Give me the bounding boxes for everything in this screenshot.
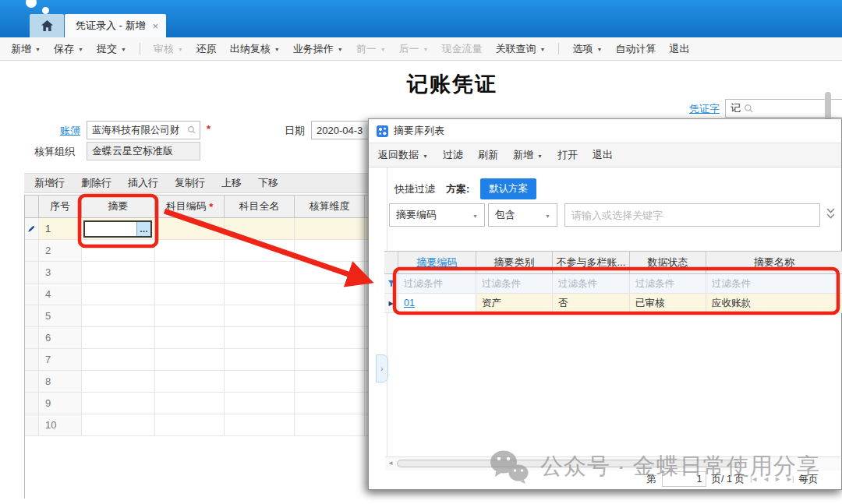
page-prefix: 第: [646, 473, 656, 486]
keyword-input[interactable]: [564, 203, 820, 227]
toolbar-auto-calc[interactable]: 自动计算: [615, 42, 656, 56]
first-page-icon[interactable]: |◄: [750, 475, 757, 483]
page-number-input[interactable]: [662, 471, 706, 487]
toolbar-audit: 审核: [154, 42, 183, 56]
logo-dot: [42, 7, 49, 14]
account-book-link[interactable]: 账簿: [60, 124, 80, 138]
chevron-down-icon: [178, 43, 183, 55]
grid-header-summary[interactable]: 摘要: [82, 196, 155, 217]
next-page-icon[interactable]: ►: [774, 475, 780, 483]
filter-cell[interactable]: 过滤条件: [476, 274, 553, 293]
tab-home[interactable]: [30, 14, 64, 37]
chevron-down-icon[interactable]: [596, 43, 602, 55]
current-row-marker: ▶: [384, 294, 398, 312]
close-icon[interactable]: ×: [153, 20, 159, 32]
cell-summary-code[interactable]: 01: [398, 294, 476, 312]
org-label: 核算组织: [34, 145, 75, 159]
scroll-left-icon[interactable]: ◄: [387, 460, 394, 467]
toolbar-new[interactable]: 新增: [11, 42, 41, 56]
toolbar-cashier-review[interactable]: 出纳复核: [230, 42, 280, 56]
filter-row: 过滤条件 过滤条件 过滤条件 过滤条件 过滤条件: [384, 274, 842, 294]
summary-editor[interactable]: …: [83, 220, 152, 238]
collapse-panel-handle[interactable]: ›: [376, 354, 388, 382]
cell-multicolumn[interactable]: 否: [553, 294, 630, 312]
grid-move-down[interactable]: 下移: [258, 176, 278, 190]
filter-field-select[interactable]: 摘要编码: [389, 203, 485, 227]
quick-filter-row: 快捷过滤 方案: 默认方案: [394, 178, 536, 199]
chevron-down-icon[interactable]: [423, 150, 428, 161]
chevron-down-icon[interactable]: [35, 43, 41, 55]
toolbar-exit[interactable]: 退出: [669, 42, 689, 56]
summary-cell[interactable]: …: [82, 218, 155, 239]
account-name-cell[interactable]: [225, 218, 295, 239]
tab-voucher-entry[interactable]: 凭证录入 - 新增 ×: [65, 14, 166, 37]
row-seq: 1: [39, 218, 82, 239]
search-icon[interactable]: [744, 104, 754, 114]
dialog-title-bar[interactable]: 摘要库列表: [369, 119, 841, 143]
table-row[interactable]: ▶ 01 资产 否 已审核 应收账款: [384, 294, 842, 313]
account-code-cell[interactable]: [155, 218, 225, 239]
default-scheme-button[interactable]: 默认方案: [480, 178, 536, 199]
grid-header-seq[interactable]: 序号: [39, 196, 82, 217]
header-summary-name[interactable]: 摘要名称: [706, 252, 842, 273]
required-asterisk: *: [207, 123, 210, 135]
header-multicolumn[interactable]: 不参与多栏账...: [553, 252, 630, 273]
dialog-open[interactable]: 打开: [557, 148, 578, 162]
header-summary-type[interactable]: 摘要类别: [476, 252, 553, 273]
toolbar-save[interactable]: 保存: [54, 42, 83, 56]
search-icon[interactable]: [187, 125, 196, 135]
chevron-down-icon[interactable]: [121, 43, 126, 55]
toolbar-next: 后一: [399, 42, 429, 56]
toolbar-related-query[interactable]: 关联查询: [496, 42, 546, 56]
header-summary-code[interactable]: 摘要编码: [398, 252, 476, 273]
last-page-icon[interactable]: ►|: [786, 475, 793, 483]
dialog-toolbar: 返回数据 过滤 刷新 新增 打开 退出: [369, 143, 841, 167]
chevron-down-icon[interactable]: [338, 43, 343, 55]
filter-cell[interactable]: 过滤条件: [706, 274, 842, 293]
grid-add-row[interactable]: 新增行: [34, 176, 65, 190]
dialog-return-data[interactable]: 返回数据: [378, 148, 428, 162]
chevron-down-icon[interactable]: [537, 150, 543, 161]
header-data-status[interactable]: 数据状态: [630, 252, 706, 273]
grid-delete-row[interactable]: 删除行: [81, 176, 111, 190]
grid-header-account-name[interactable]: 科目全名: [225, 196, 295, 217]
ellipsis-lookup-button[interactable]: …: [136, 222, 150, 236]
chevron-down-icon[interactable]: [78, 43, 83, 55]
dialog-exit[interactable]: 退出: [593, 148, 613, 162]
grid-copy-row[interactable]: 复制行: [175, 176, 205, 190]
dialog-icon: [377, 125, 388, 137]
grid-header-dimension[interactable]: 核算维度: [295, 196, 365, 217]
date-input[interactable]: 2020-04-3: [311, 121, 370, 139]
grid-insert-row[interactable]: 插入行: [128, 176, 158, 190]
cell-summary-type[interactable]: 资产: [476, 294, 553, 312]
dialog-filter[interactable]: 过滤: [443, 148, 463, 162]
toolbar-cash-flow: 现金流量: [442, 42, 483, 56]
chevron-down-icon[interactable]: [540, 43, 546, 55]
horizontal-scrollbar[interactable]: ◄: [385, 456, 840, 471]
filter-cell[interactable]: 过滤条件: [398, 274, 476, 293]
double-chevron-down-icon[interactable]: [826, 208, 836, 220]
filter-operator-select[interactable]: 包含: [488, 203, 557, 227]
scrollbar-thumb[interactable]: [397, 460, 740, 467]
voucher-word-link[interactable]: 凭证字: [689, 102, 720, 116]
summary-editor-input[interactable]: [85, 222, 136, 236]
home-icon: [41, 19, 54, 32]
filter-cell[interactable]: 过滤条件: [553, 274, 630, 293]
toolbar-submit[interactable]: 提交: [97, 42, 126, 56]
toolbar-business-ops[interactable]: 业务操作: [293, 42, 343, 56]
pencil-icon: [27, 224, 36, 233]
dialog-refresh[interactable]: 刷新: [478, 148, 498, 162]
dialog-new[interactable]: 新增: [513, 148, 543, 162]
tab-bar: 凭证录入 - 新增 ×: [30, 14, 166, 37]
toolbar-restore[interactable]: 还原: [196, 42, 217, 56]
cell-summary-name[interactable]: 应收账款: [706, 294, 842, 312]
toolbar-options[interactable]: 选项: [572, 42, 602, 56]
cell-data-status[interactable]: 已审核: [630, 294, 706, 312]
chevron-down-icon[interactable]: [274, 43, 280, 55]
grid-move-up[interactable]: 上移: [221, 176, 242, 190]
account-book-input[interactable]: 蓝海科技有限公司财: [87, 121, 200, 139]
dimension-cell[interactable]: [295, 218, 365, 239]
filter-cell[interactable]: 过滤条件: [630, 274, 706, 293]
prev-page-icon[interactable]: ◄: [762, 475, 769, 483]
grid-header-account-code[interactable]: 科目编码 *: [155, 196, 225, 217]
